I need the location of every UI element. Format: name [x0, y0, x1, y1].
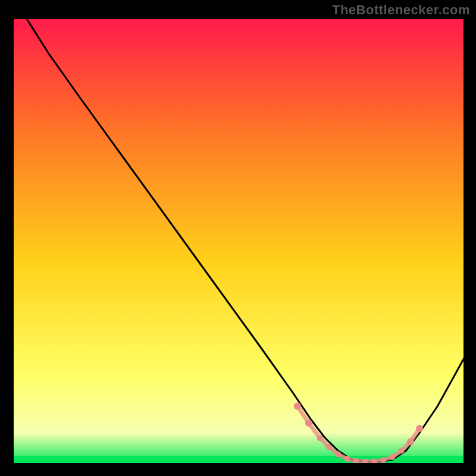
chart-stage: TheBottlenecker.com	[0, 0, 476, 476]
plot-border	[11, 17, 466, 466]
plot-area	[11, 17, 466, 466]
watermark-text: TheBottlenecker.com	[332, 2, 470, 18]
